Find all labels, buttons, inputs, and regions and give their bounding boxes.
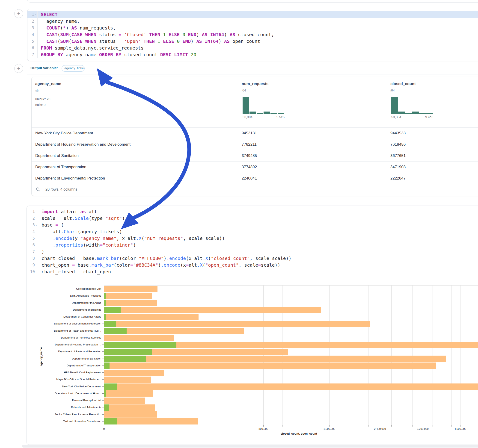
- sql-code-editor[interactable]: 1˅SELECT2 agency_name,3 COUNT(*) AS num_…: [27, 9, 478, 58]
- axis-tick: [442, 425, 442, 427]
- axis-tick: [184, 425, 184, 427]
- gridline: [282, 286, 283, 425]
- bar-open-count: [104, 418, 117, 424]
- bar-open-count: [104, 342, 176, 348]
- bar-closed-count: [104, 321, 370, 327]
- y-axis-label: Taxi and Limousine Commission: [63, 420, 101, 423]
- axis-tick: [102, 331, 104, 331]
- axis-tick: [102, 338, 104, 338]
- table-cell: Department of Environmental Protection: [35, 176, 105, 181]
- line-number: 7: [27, 249, 38, 255]
- y-axis-label: Personal Exemption Unit: [72, 399, 101, 402]
- line-number: 5: [27, 235, 38, 242]
- gridline: [469, 286, 469, 425]
- bar-open-count: [104, 300, 106, 306]
- y-axis-label: Operations Unit - Department of Hom…: [55, 392, 101, 395]
- histogram-bar: [419, 113, 426, 114]
- bar-open-count: [104, 328, 126, 334]
- hist-min-label: 53,304: [243, 115, 252, 119]
- bar-closed-count: [104, 398, 145, 404]
- gridline: [423, 286, 423, 425]
- line-number: 6: [27, 45, 38, 51]
- bar-closed-count: [104, 342, 478, 348]
- code-line: 10chart_closed + chart_open: [27, 268, 478, 275]
- axis-tick: [343, 425, 343, 427]
- histogram-bar: [398, 112, 405, 114]
- plus-icon: +: [17, 11, 20, 16]
- x-tick-label: 2,400,000: [374, 428, 386, 430]
- section-divider: [27, 74, 478, 75]
- y-axis-label: Department of Health and Mental Hyg…: [54, 329, 101, 332]
- y-axis-label: Department of Environmental Protection: [54, 322, 101, 325]
- histogram-bar: [391, 97, 398, 114]
- bar-closed-count: [104, 307, 321, 313]
- previous-cell-bottom-edge: [27, 0, 478, 3]
- chevron-down-icon[interactable]: ˅: [35, 222, 38, 228]
- gridline: [315, 286, 315, 425]
- gridline: [343, 286, 343, 425]
- python-code-editor[interactable]: 1import altair as alt2scale = alt.Scale(…: [27, 206, 478, 275]
- code-line: 9chart_open = base.mark_bar(color="#8BC3…: [27, 262, 478, 268]
- axis-tick: [282, 425, 283, 427]
- line-number: 7: [27, 51, 38, 58]
- x-tick-label: 4,000,000: [454, 428, 466, 430]
- code-line: 4 alt.Chart(agency_tickets): [27, 228, 478, 235]
- bar-closed-count: [104, 370, 164, 376]
- plus-icon: +: [17, 66, 20, 71]
- table-row: New York City Police Department945313194…: [31, 128, 478, 139]
- axis-tick: [433, 425, 433, 427]
- gridline: [263, 286, 264, 425]
- output-variable-pill[interactable]: agency_tickets: [62, 65, 85, 72]
- axis-tick: [102, 414, 104, 415]
- bar-closed-count: [104, 328, 244, 334]
- column-header-num-requests[interactable]: num_requests: [242, 81, 268, 86]
- add-cell-button-output[interactable]: +: [14, 64, 23, 73]
- axis-tick: [263, 425, 264, 427]
- histogram-bar: [270, 113, 277, 114]
- next-cell-edge: [22, 445, 478, 448]
- table-cell: 3677651: [390, 154, 406, 158]
- gridline: [184, 286, 184, 425]
- axis-tick: [451, 425, 452, 427]
- column-header-agency-name[interactable]: agency_name: [35, 81, 61, 86]
- search-icon[interactable]: [36, 187, 40, 192]
- table-cell: Department of Transportation: [35, 165, 86, 169]
- bar-open-count: [104, 293, 106, 299]
- histogram-labels-num-requests: 53,304 9.5e6: [243, 115, 284, 119]
- table-cell: Department of Housing Preservation and D…: [35, 142, 131, 147]
- bar-closed-count: [104, 356, 446, 362]
- code-line: 5 .encode(y="agency_name", x=alt.X("num_…: [27, 235, 478, 242]
- add-cell-button-top[interactable]: +: [14, 9, 23, 18]
- bar-closed-count: [104, 286, 157, 292]
- table-cell: 7618456: [390, 142, 406, 147]
- notebook-page: + 1˅SELECT2 agency_name,3 COUNT(*) AS nu…: [0, 0, 478, 448]
- table-cell: 7782211: [242, 142, 257, 147]
- bar-closed-count: [104, 404, 155, 411]
- table-cell: Department of Sanitation: [35, 154, 79, 158]
- column-meta-unique: unique: 20: [35, 97, 50, 101]
- gridline: [433, 286, 433, 425]
- code-line: 1import altair as alt: [27, 208, 478, 215]
- histogram-bar: [257, 113, 263, 114]
- histogram-bar: [250, 112, 256, 114]
- axis-tick: [102, 393, 104, 394]
- y-axis-label: Department of Consumer Affairs: [63, 315, 101, 318]
- chevron-down-icon[interactable]: ˅: [34, 11, 37, 18]
- line-number: 3: [27, 25, 38, 31]
- x-tick-label: 800,000: [258, 428, 268, 430]
- chart-plot-area: [104, 285, 478, 425]
- line-number: 1˅: [27, 11, 38, 18]
- gridline: [460, 286, 460, 425]
- line-number: 6: [27, 242, 38, 249]
- axis-tick: [413, 425, 413, 427]
- histogram-bar: [243, 97, 249, 114]
- axis-tick: [102, 296, 104, 296]
- axis-tick: [217, 425, 217, 427]
- gridline: [329, 286, 329, 425]
- y-axis-label: Department of Parks and Recreation: [58, 350, 101, 353]
- axis-tick: [469, 425, 469, 427]
- axis-tick: [423, 425, 423, 427]
- histogram-closed-count: [391, 96, 433, 114]
- column-header-closed-count[interactable]: closed_count: [390, 81, 416, 86]
- bar-open-count: [104, 356, 146, 362]
